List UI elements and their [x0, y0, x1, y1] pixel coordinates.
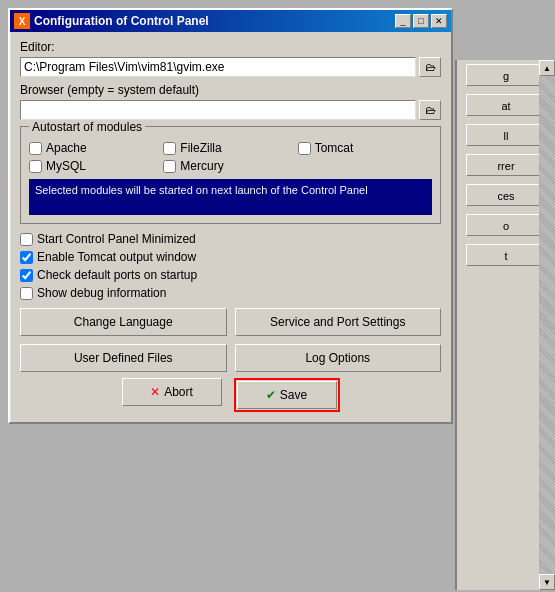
change-language-button[interactable]: Change Language [20, 308, 227, 336]
modules-grid: Apache FileZilla Tomcat MySQL Mercu [29, 141, 432, 173]
check-ports-label: Check default ports on startup [37, 268, 197, 282]
autostart-label: Autostart of modules [29, 120, 145, 134]
module-mysql: MySQL [29, 159, 163, 173]
abort-icon: ✕ [150, 385, 160, 399]
service-port-button[interactable]: Service and Port Settings [235, 308, 442, 336]
right-btn-2[interactable]: at [466, 94, 546, 116]
right-panel: g at ll rrer ces o t ▲ ▼ [455, 60, 555, 590]
browser-input[interactable] [20, 100, 416, 120]
mysql-checkbox[interactable] [29, 160, 42, 173]
module-tomcat: Tomcat [298, 141, 432, 155]
option-minimize: Start Control Panel Minimized [20, 232, 441, 246]
apache-label: Apache [46, 141, 87, 155]
minimize-checkbox[interactable] [20, 233, 33, 246]
config-dialog: X Configuration of Control Panel _ □ ✕ E… [8, 8, 453, 424]
save-label: Save [280, 388, 307, 402]
tomcat-output-checkbox[interactable] [20, 251, 33, 264]
title-bar: X Configuration of Control Panel _ □ ✕ [10, 10, 451, 32]
browser-label: Browser (empty = system default) [20, 83, 441, 97]
editor-browse-btn[interactable]: 🗁 [419, 57, 441, 77]
module-filezilla: FileZilla [163, 141, 297, 155]
filezilla-checkbox[interactable] [163, 142, 176, 155]
autostart-group: Autostart of modules Apache FileZilla To… [20, 126, 441, 224]
mercury-label: Mercury [180, 159, 223, 173]
tomcat-checkbox[interactable] [298, 142, 311, 155]
module-mercury: Mercury [163, 159, 297, 173]
right-btn-1[interactable]: g [466, 64, 546, 86]
app-icon: X [14, 13, 30, 29]
minimize-label: Start Control Panel Minimized [37, 232, 196, 246]
save-button[interactable]: ✔ Save [237, 381, 337, 409]
right-btn-7[interactable]: t [466, 244, 546, 266]
tomcat-label: Tomcat [315, 141, 354, 155]
debug-checkbox[interactable] [20, 287, 33, 300]
save-icon: ✔ [266, 388, 276, 402]
option-tomcat-output: Enable Tomcat output window [20, 250, 441, 264]
browser-row: 🗁 [20, 100, 441, 120]
scroll-up-btn[interactable]: ▲ [539, 60, 555, 76]
save-btn-wrapper: ✔ Save [234, 378, 340, 412]
autostart-info-text: Selected modules will be started on next… [29, 179, 432, 215]
scroll-track [539, 76, 555, 574]
dialog-body: Editor: 🗁 Browser (empty = system defaul… [10, 32, 451, 422]
maximize-button[interactable]: □ [413, 14, 429, 28]
dialog-title: Configuration of Control Panel [34, 14, 209, 28]
btn-row-2: User Defined Files Log Options [20, 344, 441, 372]
scroll-down-btn[interactable]: ▼ [539, 574, 555, 590]
mysql-label: MySQL [46, 159, 86, 173]
browser-browse-btn[interactable]: 🗁 [419, 100, 441, 120]
option-debug: Show debug information [20, 286, 441, 300]
close-button[interactable]: ✕ [431, 14, 447, 28]
minimize-button[interactable]: _ [395, 14, 411, 28]
option-check-ports: Check default ports on startup [20, 268, 441, 282]
mercury-checkbox[interactable] [163, 160, 176, 173]
tomcat-output-label: Enable Tomcat output window [37, 250, 196, 264]
abort-label: Abort [164, 385, 193, 399]
check-ports-checkbox[interactable] [20, 269, 33, 282]
right-btn-6[interactable]: o [466, 214, 546, 236]
log-options-button[interactable]: Log Options [235, 344, 442, 372]
title-bar-left: X Configuration of Control Panel [14, 13, 209, 29]
debug-label: Show debug information [37, 286, 166, 300]
filezilla-label: FileZilla [180, 141, 221, 155]
right-btn-5[interactable]: ces [466, 184, 546, 206]
abort-button[interactable]: ✕ Abort [122, 378, 222, 406]
editor-row: 🗁 [20, 57, 441, 77]
editor-input[interactable] [20, 57, 416, 77]
right-btn-3[interactable]: ll [466, 124, 546, 146]
action-buttons-row: ✕ Abort ✔ Save [20, 378, 441, 412]
title-buttons: _ □ ✕ [395, 14, 447, 28]
user-defined-button[interactable]: User Defined Files [20, 344, 227, 372]
right-btn-4[interactable]: rrer [466, 154, 546, 176]
btn-row-1: Change Language Service and Port Setting… [20, 308, 441, 336]
apache-checkbox[interactable] [29, 142, 42, 155]
module-apache: Apache [29, 141, 163, 155]
editor-label: Editor: [20, 40, 441, 54]
